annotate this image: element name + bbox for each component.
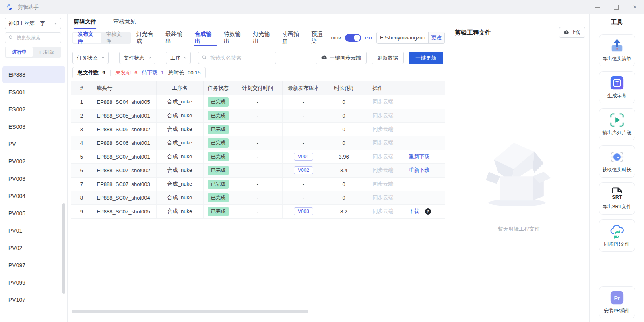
tool-cloud-sync[interactable]: 同步PR文件 (599, 219, 635, 252)
refresh-data-button[interactable]: 刷新数据 (372, 52, 404, 64)
process-name: 合成_nuke (156, 122, 203, 136)
tool-srt[interactable]: SRT导出SRT文件 (599, 182, 635, 215)
row-index: 1 (71, 95, 92, 109)
pipeline-tab[interactable]: 预渲染 (311, 29, 327, 46)
tool-subtitle[interactable]: T生成字幕 (599, 71, 635, 103)
sync-cloud-link[interactable]: 同步云端 (373, 194, 409, 201)
segment-sealed[interactable]: 已封版 (33, 47, 60, 57)
download-link[interactable]: 重新下载 (409, 153, 430, 160)
segment-published-files[interactable]: 发布文件 (73, 33, 101, 43)
tool-label: 导出镜头清单 (603, 56, 632, 62)
status-badge: 已完成 (208, 180, 229, 189)
help-icon[interactable] (425, 208, 431, 215)
version-cell: V003 (282, 204, 325, 218)
maximize-icon[interactable] (607, 0, 625, 14)
subtitle-icon: T (609, 75, 625, 91)
horizontal-scrollbar[interactable] (72, 310, 308, 313)
download-link[interactable]: 重新下载 (409, 167, 430, 174)
process-name: 合成_nuke (156, 109, 203, 122)
version-cell: - (282, 109, 325, 122)
sync-cloud-link[interactable]: 同步云端 (373, 112, 409, 119)
sidebar-scrollbar[interactable] (62, 203, 65, 294)
row-index: 8 (71, 191, 92, 204)
tab-edit-files[interactable]: 剪辑文件 (74, 14, 96, 29)
sync-cloud-link[interactable]: 同步云端 (373, 139, 409, 147)
pipeline-tab[interactable]: 合成输出 (195, 29, 216, 46)
episode-search[interactable] (5, 32, 61, 43)
version-cell: - (282, 122, 325, 136)
sidebar-item-pv004[interactable]: PV004 (0, 187, 68, 204)
duration-cell: 0 (325, 122, 363, 136)
pipeline-tab[interactable]: 特效输出 (224, 29, 245, 46)
operations: 同步云端下载 (373, 208, 444, 215)
upload-button[interactable]: 上传 (559, 27, 585, 38)
process-dropdown[interactable]: 工序 (166, 52, 191, 64)
segment-in-progress[interactable]: 进行中 (6, 47, 33, 57)
sync-cloud-link[interactable]: 同步云端 (373, 98, 409, 105)
sidebar-item-ep888[interactable]: EP888 (2, 66, 65, 83)
version-cell: V002 (282, 163, 325, 177)
tool-pr[interactable]: Pr安装PR插件 (599, 286, 635, 318)
operations-cell: 同步云端 (363, 95, 445, 109)
sidebar-item-pv005[interactable]: PV005 (0, 204, 68, 222)
due-date: - (233, 191, 282, 204)
process-name: 合成_nuke (156, 204, 203, 218)
shot-search-input[interactable] (209, 54, 272, 61)
task-status-dropdown[interactable]: 任务状态 (72, 52, 109, 64)
version-cell: - (282, 177, 325, 191)
operations-cell: 同步云端重新下载 (363, 150, 445, 163)
sidebar-item-pv003[interactable]: PV003 (0, 170, 68, 187)
pipeline-tab[interactable]: 灯光合成 (136, 29, 157, 46)
project-panel: 剪辑工程文件 上传 暂无剪辑工程文件 (448, 14, 590, 322)
status-badge: 已完成 (208, 207, 229, 216)
output-path-input[interactable] (377, 32, 428, 43)
sync-cloud-link[interactable]: 同步云端 (373, 180, 409, 188)
sidebar-item-es003[interactable]: ES003 (0, 118, 68, 135)
download-link[interactable]: 下载 (409, 208, 419, 215)
sidebar-item-es001[interactable]: ES001 (0, 83, 68, 101)
shot-search[interactable] (198, 52, 276, 64)
mov-label: mov (331, 35, 341, 41)
sidebar-item-pv[interactable]: PV (0, 135, 68, 153)
column-header: 时长(秒) (325, 81, 363, 95)
sync-cloud-link[interactable]: 同步云端 (373, 153, 409, 160)
sidebar-item-pv099[interactable]: PV099 (0, 274, 68, 291)
tool-duration[interactable]: 获取镜头时长 (599, 145, 635, 178)
process-name: 合成_nuke (156, 177, 203, 191)
pipeline-tab[interactable]: 动画拍屏 (282, 29, 303, 46)
file-status-dropdown[interactable]: 文件状态 (119, 52, 155, 64)
format-toggle[interactable] (345, 34, 361, 42)
sidebar-item-pv01[interactable]: PV01 (0, 222, 68, 239)
change-path-button[interactable]: 更改 (428, 32, 444, 43)
sidebar-item-pv107[interactable]: PV107 (0, 291, 68, 308)
tool-sequence[interactable]: 输出序列片段 (599, 108, 635, 140)
chevron-down-icon (54, 21, 58, 27)
upload-label: 上传 (571, 29, 581, 36)
pipeline-tab[interactable]: 最终输出 (165, 29, 186, 46)
minimize-icon[interactable] (588, 0, 607, 14)
project-select[interactable]: 神印王座第一季 (5, 18, 61, 29)
row-index: 2 (71, 109, 92, 122)
tab-review-comments[interactable]: 审核意见 (113, 14, 136, 29)
sidebar-item-pv097[interactable]: PV097 (0, 256, 68, 274)
update-all-button[interactable]: 一键更新 (409, 52, 443, 64)
operations-cell: 同步云端 (363, 122, 445, 136)
operations: 同步云端 (373, 112, 444, 119)
sync-cloud-button[interactable]: 一键同步云端 (316, 52, 367, 64)
shot-name: EP888_SC04_shot005 (92, 95, 156, 109)
sync-cloud-link[interactable]: 同步云端 (373, 126, 409, 133)
empty-state-text: 暂无剪辑工程文件 (448, 225, 589, 233)
sidebar-item-es002[interactable]: ES002 (0, 101, 68, 118)
segment-review-files[interactable]: 审核文件 (101, 33, 130, 43)
sidebar-item-pv002[interactable]: PV002 (0, 153, 68, 170)
pipeline-tab[interactable]: 灯光输出 (253, 29, 274, 46)
project-panel-title: 剪辑工程文件 (455, 29, 491, 37)
empty-box-illustration (479, 135, 559, 213)
close-icon[interactable] (625, 0, 644, 14)
sync-cloud-link[interactable]: 同步云端 (373, 167, 409, 174)
episode-search-input[interactable] (16, 35, 58, 41)
tool-export-list[interactable]: 导出镜头清单 (599, 34, 635, 66)
tools-rail: 工具 导出镜头清单T生成字幕输出序列片段获取镜头时长SRT导出SRT文件同步PR… (590, 14, 644, 322)
sync-cloud-link[interactable]: 同步云端 (373, 208, 409, 215)
sidebar-item-pv02[interactable]: PV02 (0, 239, 68, 256)
